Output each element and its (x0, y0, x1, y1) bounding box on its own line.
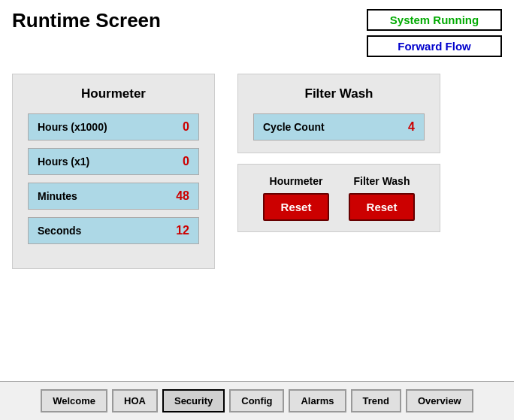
status-badges: System Running Forward Flow (367, 9, 502, 57)
bottom-nav: Welcome HOA Security Config Alarms Trend… (0, 381, 514, 420)
reset-panel: Hourmeter Reset Filter Wash Reset (237, 164, 440, 232)
minutes-row: Minutes 48 (28, 183, 199, 210)
nav-hoa[interactable]: HOA (112, 389, 158, 412)
nav-security[interactable]: Security (162, 389, 225, 412)
hours-x1-label: Hours (x1) (38, 156, 89, 168)
hourmeter-panel: Hourmeter Hours (x1000) 0 Hours (x1) 0 M… (12, 74, 215, 269)
nav-overview[interactable]: Overview (406, 389, 473, 412)
filter-wash-reset-column: Filter Wash Reset (349, 175, 416, 221)
hours-x1000-value: 0 (183, 120, 189, 134)
system-running-badge: System Running (367, 9, 502, 31)
seconds-label: Seconds (38, 225, 81, 237)
cycle-count-label: Cycle Count (263, 121, 325, 133)
nav-config[interactable]: Config (229, 389, 284, 412)
forward-flow-badge: Forward Flow (367, 35, 502, 57)
cycle-count-value: 4 (408, 120, 415, 134)
main-content: Hourmeter Hours (x1000) 0 Hours (x1) 0 M… (0, 65, 514, 278)
filter-wash-title: Filter Wash (253, 86, 425, 101)
cycle-count-row: Cycle Count 4 (253, 113, 425, 141)
hourmeter-reset-column: Hourmeter Reset (263, 175, 330, 221)
nav-alarms[interactable]: Alarms (289, 389, 346, 412)
hourmeter-title: Hourmeter (28, 86, 199, 101)
hours-x1-value: 0 (183, 155, 189, 168)
reset-columns: Hourmeter Reset Filter Wash Reset (253, 175, 425, 221)
hourmeter-reset-button[interactable]: Reset (263, 193, 330, 221)
hours-x1-row: Hours (x1) 0 (28, 148, 199, 175)
seconds-value: 12 (176, 224, 189, 237)
seconds-row: Seconds 12 (28, 217, 199, 244)
filter-wash-reset-button[interactable]: Reset (349, 193, 416, 221)
nav-welcome[interactable]: Welcome (41, 389, 107, 412)
filter-wash-reset-label: Filter Wash (354, 175, 410, 187)
minutes-label: Minutes (38, 190, 77, 202)
filter-wash-panel: Filter Wash Cycle Count 4 (237, 74, 440, 153)
page-title: Runtime Screen (12, 9, 161, 32)
hourmeter-reset-label: Hourmeter (270, 175, 323, 187)
nav-trend[interactable]: Trend (351, 389, 401, 412)
hours-x1000-row: Hours (x1000) 0 (28, 113, 199, 141)
right-panels: Filter Wash Cycle Count 4 Hourmeter Rese… (237, 74, 440, 269)
page-header: Runtime Screen System Running Forward Fl… (0, 0, 514, 57)
hours-x1000-label: Hours (x1000) (38, 121, 107, 133)
minutes-value: 48 (176, 189, 189, 203)
